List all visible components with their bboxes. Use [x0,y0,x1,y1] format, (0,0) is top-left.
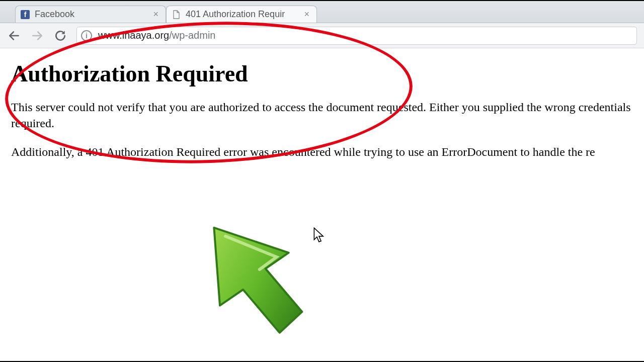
tab-facebook[interactable]: f Facebook × [15,6,166,23]
annotation-arrow [201,212,312,343]
tab-strip: f Facebook × 401 Authorization Requir × [0,1,644,23]
close-icon[interactable]: × [151,9,160,20]
page-content: Authorization Required This server could… [0,48,644,181]
facebook-icon: f [21,10,30,19]
tab-title: Facebook [35,9,151,20]
back-button[interactable] [7,29,21,43]
close-icon[interactable]: × [302,9,311,20]
forward-button[interactable] [30,29,44,43]
tab-title: 401 Authorization Requir [186,9,302,20]
document-icon [172,10,181,19]
error-paragraph-2: Additionally, a 401 Authorization Requir… [11,144,633,160]
site-info-icon[interactable]: i [81,30,92,41]
error-paragraph-1: This server could not verify that you ar… [11,99,633,132]
tab-401-authorization[interactable]: 401 Authorization Requir × [166,6,317,23]
browser-toolbar: i www.inaaya.org/wp-admin [0,23,644,48]
reload-button[interactable] [53,29,67,43]
url-text: www.inaaya.org/wp-admin [98,30,215,41]
page-heading: Authorization Required [11,60,633,87]
cursor-icon [313,227,325,242]
browser-window: f Facebook × 401 Authorization Requir × … [0,0,644,362]
address-bar[interactable]: i www.inaaya.org/wp-admin [76,27,637,45]
